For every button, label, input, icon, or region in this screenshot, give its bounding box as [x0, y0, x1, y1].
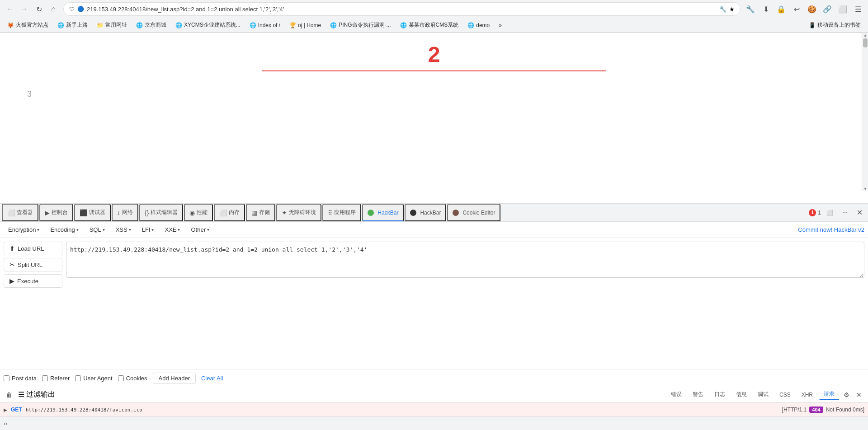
bottom-expand-icon[interactable]: ›› [4, 421, 7, 427]
cookies-checkbox[interactable] [118, 375, 124, 381]
bookmark-mobile[interactable]: 📱 移动设备上的书签 [805, 19, 864, 31]
commit-version: HackBar v2 [834, 226, 864, 233]
referer-checkbox[interactable] [42, 375, 48, 381]
address-bar[interactable]: 🛡 🔵 219.153.49.228:40418/new_list.asp?id… [63, 2, 741, 16]
more-tools-button[interactable]: ⋯ [839, 208, 851, 218]
filter-request-btn[interactable]: 请求 [819, 389, 839, 400]
bookmark-ping[interactable]: 🌐 PING命令执行漏洞-... [326, 19, 394, 31]
hackbar-url-input[interactable]: http://219.153.49.228:40418/new_list.asp… [66, 242, 864, 278]
storage-icon: ▦ [251, 209, 257, 216]
filter-debug-btn[interactable]: 调试 [753, 389, 773, 400]
forward-button[interactable]: → [18, 3, 31, 15]
console-close-icon[interactable]: ✕ [854, 389, 864, 400]
bookmark-oj[interactable]: 🏆 oj | Home [286, 20, 325, 30]
tab-network-label: 网络 [122, 209, 133, 216]
split-url-button[interactable]: ✂ Split URL [4, 258, 62, 271]
menu-sql-label: SQL [90, 226, 101, 233]
tab-accessibility[interactable]: ✦ 无障碍环境 [276, 204, 321, 221]
tab-storage[interactable]: ▦ 存储 [246, 204, 275, 221]
execute-button[interactable]: ▶ Execute [4, 274, 62, 288]
extensions-icon: 🔧 [719, 6, 726, 13]
tab-style-editor[interactable]: {} 样式编辑器 [139, 204, 183, 221]
filter-log-btn[interactable]: 日志 [710, 389, 730, 400]
bookmark-index[interactable]: 🌐 Index of / [246, 20, 284, 30]
accessibility-icon: ✦ [282, 209, 287, 216]
user-agent-checkbox[interactable] [75, 375, 81, 381]
menu-lfi[interactable]: LFI ▾ [137, 224, 159, 235]
post-data-checkbox[interactable] [4, 375, 9, 381]
menu-encryption[interactable]: Encryption ▾ [4, 224, 44, 235]
log-expand-icon[interactable]: ▶ [4, 407, 7, 412]
checkbox-user-agent[interactable]: User Agent [75, 375, 112, 382]
scroll-up-arrow[interactable]: ▲ [862, 33, 868, 37]
vertical-scrollbar[interactable]: ▲ ▼ [862, 33, 868, 191]
hackbar-panel: Encryption ▾ Encoding ▾ SQL ▾ XSS ▾ LFI … [0, 222, 868, 387]
bookmark-more[interactable]: » [495, 20, 505, 30]
checkbox-post-data[interactable]: Post data [4, 375, 37, 382]
bookmark-newbie[interactable]: 🌐 新手上路 [54, 19, 91, 31]
filter-error-btn[interactable]: 错误 [666, 389, 686, 400]
tab-debugger[interactable]: ⬛ 调试器 [74, 204, 111, 221]
bookmark-jd[interactable]: 🌐 京东商城 [132, 19, 170, 31]
error-count-label: 1 [818, 210, 821, 216]
more-bookmarks-icon: » [499, 22, 502, 28]
refresh-button[interactable]: ↻ [33, 3, 45, 15]
cookie-icon[interactable]: 🍪 [806, 3, 818, 15]
pin-icon[interactable]: ⬜ [836, 3, 849, 15]
add-header-button[interactable]: Add Header [153, 373, 196, 384]
filter-info-btn[interactable]: 信息 [731, 389, 751, 400]
extensions-toolbar-icon[interactable]: 🔧 [744, 3, 757, 15]
console-settings-icon[interactable]: ⚙ [841, 389, 852, 400]
tab-performance[interactable]: ◉ 性能 [184, 204, 213, 221]
tab-application[interactable]: ⠿ 应用程序 [322, 204, 361, 221]
back-icon2[interactable]: ↩ [790, 3, 803, 15]
checkbox-cookies[interactable]: Cookies [118, 375, 147, 382]
xycms-icon: 🌐 [175, 22, 182, 28]
filter-css-btn[interactable]: CSS [775, 390, 795, 399]
tab-console[interactable]: ▶ 控制台 [39, 204, 73, 221]
menu-xss[interactable]: XSS ▾ [111, 224, 136, 235]
downloads-icon[interactable]: ⬇ [760, 3, 772, 15]
tab-hackbar-label: HackBar [377, 210, 398, 216]
tab-hackbar[interactable]: HackBar [362, 204, 404, 221]
menu-xxe[interactable]: XXE ▾ [160, 224, 184, 235]
debugger-icon: ⬛ [80, 209, 87, 216]
commit-button[interactable]: Commit now! HackBar v2 [798, 226, 864, 233]
bookmark-common-urls[interactable]: 📁 常用网址 [93, 19, 131, 31]
bookmark-label: 移动设备上的书签 [817, 21, 861, 29]
scroll-thumb[interactable] [863, 38, 868, 47]
scroll-down-arrow[interactable]: ▼ [862, 187, 868, 191]
home-button[interactable]: ⌂ [47, 3, 60, 15]
clear-all-button[interactable]: Clear All [201, 375, 223, 382]
menu-other[interactable]: Other ▾ [186, 224, 214, 235]
menu-encoding[interactable]: Encoding ▾ [46, 224, 83, 235]
bookmark-label: oj | Home [298, 22, 321, 28]
tab-performance-label: 性能 [197, 209, 208, 216]
bookmark-xycms[interactable]: 🌐 XYCMS企业建站系统... [172, 19, 244, 31]
clear-console-button[interactable]: 🗑 [4, 389, 14, 400]
bookmark-star-icon[interactable]: ★ [729, 6, 735, 13]
tab-cookie-editor[interactable]: Cookie Editor [447, 204, 500, 221]
browser-content: 2 3 [0, 33, 868, 191]
split-url-icon: ✂ [9, 261, 15, 268]
filter-xhr-btn[interactable]: XHR [797, 390, 817, 399]
bookmark-firefox[interactable]: 🦊 火狐官方站点 [4, 19, 52, 31]
bookmark-demo[interactable]: 🌐 demo [464, 20, 493, 30]
bookmark-cms[interactable]: 🌐 某某市政府CMS系统 [396, 19, 462, 31]
menu-sql[interactable]: SQL ▾ [85, 224, 109, 235]
checkbox-referer[interactable]: Referer [42, 375, 70, 382]
tab-inspector[interactable]: ⬜ 查看器 [2, 204, 38, 221]
filter-warning-btn[interactable]: 警告 [688, 389, 708, 400]
tab-memory[interactable]: ⬜ 内存 [214, 204, 245, 221]
dock-button[interactable]: ⬜ [823, 208, 837, 218]
load-url-button[interactable]: ⬆ Load URL [4, 242, 62, 255]
link-icon[interactable]: 🔗 [821, 3, 834, 15]
menu-icon[interactable]: ☰ [852, 3, 864, 15]
other-arrow-icon: ▾ [207, 227, 209, 232]
tab-network[interactable]: ↕ 网络 [112, 204, 138, 221]
fxa-icon[interactable]: 🔒 [775, 3, 788, 15]
devtools-close-button[interactable]: ✕ [853, 206, 866, 219]
back-button[interactable]: ← [4, 3, 16, 15]
tab-hackbar2[interactable]: HackBar [405, 204, 446, 221]
load-url-icon: ⬆ [9, 245, 15, 252]
